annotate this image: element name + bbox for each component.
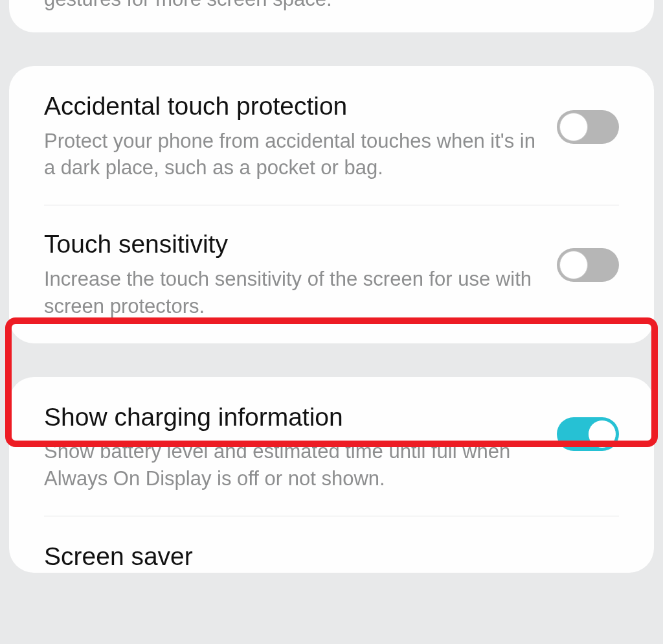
setting-charging-info[interactable]: Show charging information Show battery l… — [9, 377, 654, 516]
settings-card-top: gestures for more screen space. — [9, 0, 654, 32]
toggle-accidental-touch[interactable] — [557, 110, 619, 144]
setting-title: Accidental touch protection — [44, 91, 537, 122]
setting-text-block: Touch sensitivity Increase the touch sen… — [44, 229, 557, 319]
settings-card-middle: Accidental touch protection Protect your… — [9, 66, 654, 343]
toggle-thumb — [559, 113, 588, 141]
setting-accidental-touch[interactable]: Accidental touch protection Protect your… — [9, 66, 654, 205]
setting-description: Protect your phone from accidental touch… — [44, 128, 537, 182]
setting-text-block: Accidental touch protection Protect your… — [44, 91, 557, 181]
setting-title: Show charging information — [44, 402, 537, 433]
settings-card-bottom: Show charging information Show battery l… — [9, 377, 654, 573]
setting-screen-saver[interactable]: Screen saver — [9, 516, 654, 573]
setting-touch-sensitivity[interactable]: Touch sensitivity Increase the touch sen… — [9, 205, 654, 343]
toggle-thumb — [559, 251, 588, 279]
setting-description: Increase the touch sensitivity of the sc… — [44, 266, 537, 320]
toggle-touch-sensitivity[interactable] — [557, 248, 619, 282]
setting-title: Screen saver — [44, 541, 600, 573]
setting-title: Touch sensitivity — [44, 229, 537, 260]
toggle-thumb — [588, 420, 616, 448]
navbar-fragment-desc: gestures for more screen space. — [9, 0, 654, 13]
setting-description: Show battery level and estimated time un… — [44, 438, 537, 492]
setting-text-block: Screen saver — [44, 541, 619, 573]
setting-text-block: Show charging information Show battery l… — [44, 402, 557, 492]
toggle-charging-info[interactable] — [557, 417, 619, 451]
